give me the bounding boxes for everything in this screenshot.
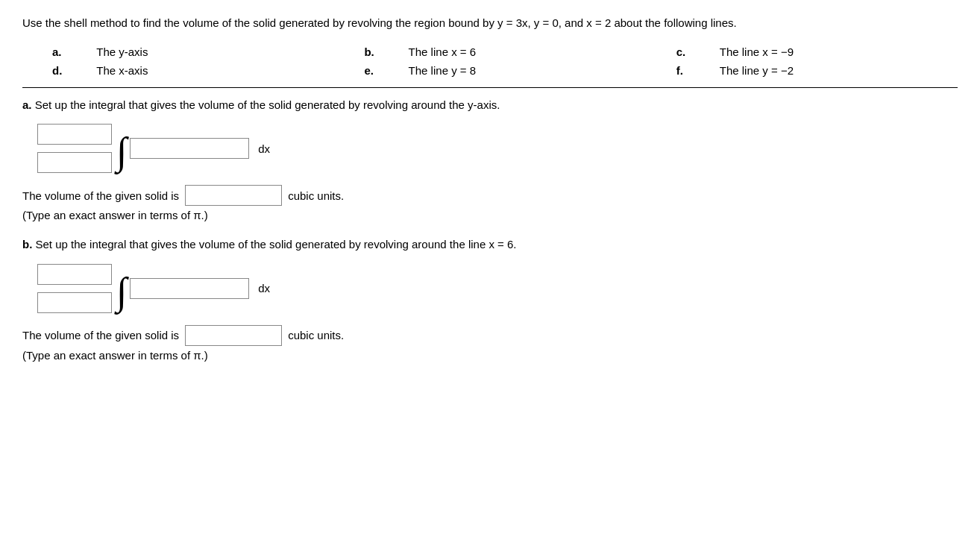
part-a-volume-suffix: cubic units. bbox=[288, 189, 344, 202]
option-d-label: d. bbox=[22, 61, 90, 80]
part-a-upper-limit[interactable] bbox=[37, 124, 112, 145]
part-b-integral-block: ∫ dx bbox=[37, 264, 958, 313]
option-c-text: The line x = −9 bbox=[714, 42, 958, 61]
part-b-volume-suffix: cubic units. bbox=[288, 329, 344, 341]
option-e-text: The line y = 8 bbox=[403, 61, 647, 80]
option-b-text: The line x = 6 bbox=[403, 42, 647, 61]
main-divider bbox=[22, 87, 958, 88]
option-a-label: a. bbox=[22, 42, 90, 61]
part-a-limits bbox=[37, 124, 112, 173]
part-b-header: b. Set up the integral that gives the vo… bbox=[22, 236, 958, 253]
part-b-integral-symbol: ∫ bbox=[116, 272, 127, 311]
part-b-volume-input[interactable] bbox=[185, 325, 282, 346]
part-b-header-text: Set up the integral that gives the volum… bbox=[36, 238, 517, 251]
part-a-header-text: Set up the integral that gives the volum… bbox=[35, 98, 500, 111]
option-c-label: c. bbox=[647, 42, 714, 61]
part-b-lower-limit[interactable] bbox=[37, 292, 112, 313]
problem-text: Use the shell method to find the volume … bbox=[22, 16, 737, 29]
part-a-integral-block: ∫ dx bbox=[37, 124, 958, 173]
options-table: a. The y-axis b. The line x = 6 c. The l… bbox=[22, 42, 958, 80]
part-b-upper-limit[interactable] bbox=[37, 264, 112, 285]
part-b-limits bbox=[37, 264, 112, 313]
part-b-integrand[interactable] bbox=[130, 278, 249, 299]
option-f-text: The line y = −2 bbox=[714, 61, 958, 80]
part-b-label: b. bbox=[22, 238, 32, 251]
part-a-integrand[interactable] bbox=[130, 138, 249, 159]
part-a-integral-symbol: ∫ bbox=[116, 132, 127, 171]
part-a-header: a. Set up the integral that gives the vo… bbox=[22, 97, 958, 114]
option-b-label: b. bbox=[334, 42, 402, 61]
problem-statement: Use the shell method to find the volume … bbox=[22, 15, 955, 32]
option-d-text: The x-axis bbox=[90, 61, 334, 80]
part-b-dx: dx bbox=[258, 282, 270, 295]
part-b-volume-line: The volume of the given solid is cubic u… bbox=[22, 325, 958, 346]
part-a-lower-limit[interactable] bbox=[37, 152, 112, 173]
option-e-label: e. bbox=[334, 61, 402, 80]
part-b-note: (Type an exact answer in terms of π.) bbox=[22, 349, 958, 362]
part-a-volume-line: The volume of the given solid is cubic u… bbox=[22, 185, 958, 206]
part-a-dx: dx bbox=[258, 142, 270, 155]
part-a-label: a. bbox=[22, 98, 32, 111]
part-a-note: (Type an exact answer in terms of π.) bbox=[22, 209, 958, 221]
option-a-text: The y-axis bbox=[90, 42, 334, 61]
part-a-volume-input[interactable] bbox=[185, 185, 282, 206]
option-f-label: f. bbox=[647, 61, 714, 80]
part-b-volume-prefix: The volume of the given solid is bbox=[22, 329, 179, 341]
part-a-volume-prefix: The volume of the given solid is bbox=[22, 189, 179, 202]
